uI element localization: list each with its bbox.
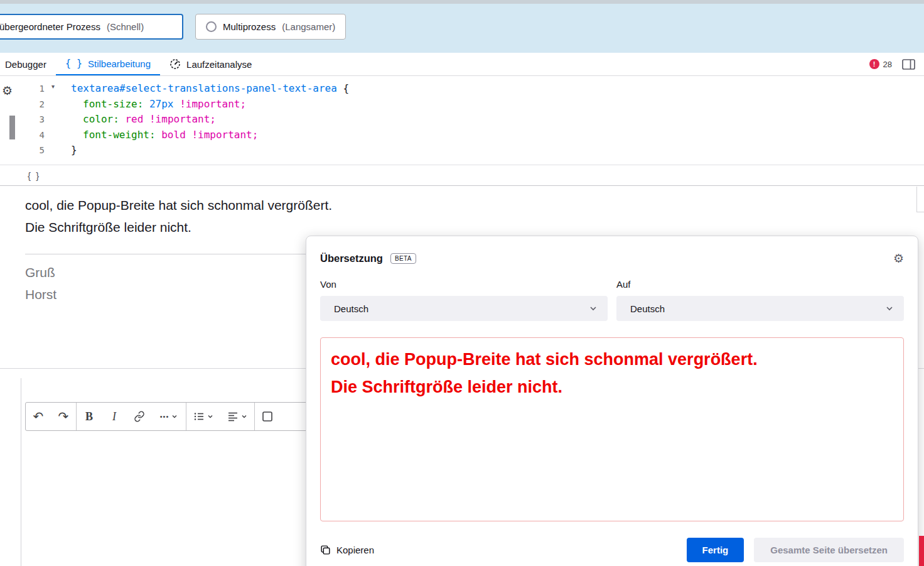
scrollbar-corner-line [916, 212, 924, 212]
scrollbar-track-line [916, 187, 917, 212]
translation-popup: Übersetzung BETA ⚙ Von Deutsch Auf Deuts… [306, 236, 918, 566]
formatting-toolbar: ↶ ↷ B I ••• [25, 402, 309, 431]
error-count: 28 [883, 60, 892, 69]
copy-button[interactable]: Kopieren [320, 545, 374, 555]
code-line-selector: textarea#select-translations-panel-text-… [71, 81, 349, 97]
undo-button[interactable]: ↶ [26, 403, 51, 430]
translation-settings-gear-icon[interactable]: ⚙ [893, 251, 904, 266]
compose-area-border [21, 378, 21, 566]
option-parent-process-label: übergeordneter Prozess [0, 21, 100, 32]
chevron-down-icon [207, 413, 213, 420]
popup-title: Übersetzung [320, 253, 383, 264]
beta-badge: BETA [390, 253, 416, 264]
at-rules-toggle[interactable]: { } [0, 165, 924, 186]
bullet-list-icon [193, 411, 205, 422]
option-multiprocess-hint: (Langsamer) [282, 21, 335, 32]
chevron-down-icon [589, 304, 598, 313]
tab-performance-label: Laufzeitanalyse [186, 59, 252, 70]
message-sender-name: Horst [25, 287, 56, 302]
option-multiprocess[interactable]: Multiprozess (Langsamer) [195, 14, 346, 40]
at-rules-label: { } [28, 170, 40, 181]
translation-text-line-2: Die Schriftgröße leider nicht. [331, 373, 893, 401]
from-language-value: Deutsch [334, 303, 368, 314]
line-number: 5 [0, 143, 45, 158]
translation-popup-header: Übersetzung BETA ⚙ [320, 250, 904, 266]
insert-object-icon [262, 411, 273, 422]
line-number: 1 [0, 81, 45, 97]
from-label: Von [320, 279, 608, 290]
undo-icon: ↶ [33, 410, 44, 423]
style-editor[interactable]: ⚙ 1 2 3 4 5 ▾ textarea#select-translatio… [0, 76, 924, 165]
option-parent-process[interactable]: übergeordneter Prozess (Schnell) [0, 14, 183, 40]
devtools-tabbar: Debugger { } Stilbearbeitung Laufzeitana… [0, 53, 924, 76]
language-row: Von Deutsch Auf Deutsch [320, 279, 904, 321]
more-icon: ••• [160, 413, 169, 420]
copy-icon [320, 545, 331, 555]
redo-button[interactable]: ↷ [51, 403, 76, 430]
align-button[interactable] [220, 403, 254, 430]
translation-textarea[interactable]: cool, die Popup-Breite hat sich schonmal… [320, 337, 904, 521]
message-text-line-1: cool, die Popup-Breite hat sich schonmal… [25, 198, 332, 213]
copy-button-label: Kopieren [336, 545, 374, 555]
translate-page-button[interactable]: Gesamte Seite übersetzen [754, 538, 904, 562]
css-code: textarea#select-translations-panel-text-… [71, 81, 349, 158]
clipped-red-badge [919, 536, 924, 566]
list-button[interactable] [186, 403, 220, 430]
line-number: 3 [0, 112, 45, 128]
process-selection-bar: übergeordneter Prozess (Schnell) Multipr… [0, 4, 924, 53]
done-button[interactable]: Fertig [687, 538, 744, 562]
code-fold-arrow-icon[interactable]: ▾ [51, 83, 55, 90]
from-language-column: Von Deutsch [320, 279, 608, 321]
italic-icon: I [112, 410, 116, 423]
translation-popup-footer: Kopieren Fertig Gesamte Seite übersetzen [320, 538, 904, 562]
chevron-down-icon [241, 413, 247, 420]
bold-icon: B [85, 410, 93, 423]
link-icon [134, 411, 145, 422]
tabbar-right-controls: ! 28 [869, 53, 924, 75]
error-count-badge[interactable]: ! 28 [869, 59, 892, 69]
redo-icon: ↷ [58, 410, 69, 423]
code-line-closing: } [71, 143, 349, 158]
tab-performance[interactable]: Laufzeitanalyse [160, 53, 261, 75]
italic-button[interactable]: I [102, 403, 127, 430]
chevron-down-icon [171, 413, 178, 420]
bold-button[interactable]: B [77, 403, 102, 430]
chevron-down-icon [885, 304, 894, 313]
insert-button[interactable] [255, 403, 280, 430]
to-language-column: Auf Deutsch [616, 279, 904, 321]
error-icon: ! [869, 59, 879, 69]
link-button[interactable] [127, 403, 152, 430]
option-parent-process-hint: (Schnell) [107, 21, 144, 32]
to-language-value: Deutsch [630, 303, 665, 314]
code-line-declaration: color: red !important; [71, 112, 349, 128]
message-closing: Gruß [25, 265, 55, 280]
performance-gauge-icon [169, 58, 181, 70]
braces-icon: { } [65, 58, 82, 69]
align-text-icon [227, 411, 239, 422]
code-line-declaration: font-weight: bold !important; [71, 128, 349, 143]
radio-unselected-icon [206, 21, 217, 32]
tab-debugger[interactable]: Debugger [0, 53, 56, 75]
from-language-select[interactable]: Deutsch [320, 296, 608, 321]
line-number-gutter: 1 2 3 4 5 [0, 81, 45, 158]
message-text-line-2: Die Schriftgröße leider nicht. [25, 220, 191, 235]
translation-text-line-1: cool, die Popup-Breite hat sich schonmal… [331, 346, 893, 373]
to-label: Auf [616, 279, 904, 290]
tab-style-editor-label: Stilbearbeitung [88, 58, 151, 69]
line-number: 4 [0, 128, 45, 143]
line-number: 2 [0, 97, 45, 112]
to-language-select[interactable]: Deutsch [616, 296, 904, 321]
option-multiprocess-label: Multiprozess [223, 21, 276, 32]
tab-debugger-label: Debugger [5, 59, 46, 70]
code-line-declaration: font-size: 27px !important; [71, 97, 349, 112]
more-formatting-button[interactable]: ••• [152, 403, 186, 430]
browser-devtools-screen: übergeordneter Prozess (Schnell) Multipr… [0, 0, 924, 566]
split-panel-toggle-icon[interactable] [902, 59, 915, 70]
tab-style-editor[interactable]: { } Stilbearbeitung [56, 53, 160, 75]
